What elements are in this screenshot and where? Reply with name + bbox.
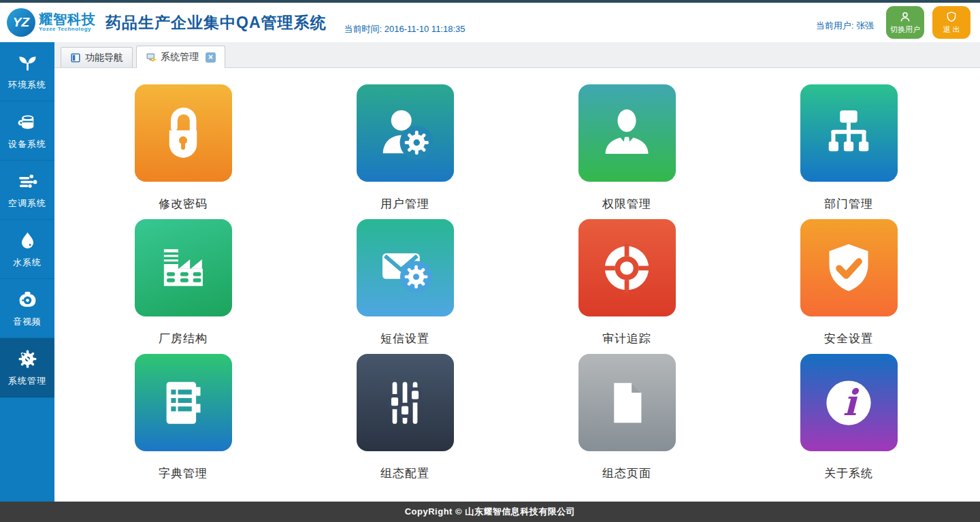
- sidebar-item-equipment[interactable]: 设备系统: [0, 101, 54, 161]
- switch-user-button[interactable]: 切换用户: [886, 6, 924, 39]
- logo-monogram: YZ: [7, 8, 35, 37]
- tile-about-system[interactable]: i 关于系统: [738, 354, 960, 489]
- sliders-icon: [357, 354, 454, 451]
- current-time: 当前时间: 2016-11-10 11:18:35: [344, 23, 466, 42]
- seedling-icon: [16, 52, 39, 74]
- tile-user-management[interactable]: 用户管理: [294, 84, 516, 219]
- user-gear-icon: [357, 84, 454, 182]
- switch-user-label: 切换用户: [890, 25, 920, 35]
- tile-label: 组态配置: [380, 466, 429, 481]
- airflow-icon: [16, 170, 39, 193]
- sidebar-item-label: 系统管理: [8, 375, 46, 387]
- shield-icon: [945, 10, 958, 24]
- sidebar-item-hvac[interactable]: 空调系统: [0, 161, 54, 220]
- tile-config-pages[interactable]: 组态页面: [516, 354, 738, 489]
- sidebar: 环境系统 设备系统 空调系统 水系统: [0, 42, 54, 502]
- tile-grid: 修改密码 用户管理: [54, 68, 980, 489]
- sidebar-item-label: 音视频: [13, 316, 42, 328]
- sidebar-item-system[interactable]: 系统管理: [0, 338, 54, 397]
- tile-permission-management[interactable]: 权限管理: [516, 84, 738, 219]
- tile-label: 字典管理: [159, 466, 208, 481]
- logout-label: 退 出: [943, 25, 960, 35]
- copyright-text: CopyRight © 山东耀智信息科技有限公司: [405, 506, 576, 518]
- equipment-mug-icon: [16, 111, 39, 133]
- tile-label: 短信设置: [380, 331, 429, 346]
- shield-check-icon: [800, 219, 898, 316]
- tile-plant-structure[interactable]: 厂房结构: [72, 219, 294, 354]
- footer: CopyRight © 山东耀智信息科技有限公司: [0, 502, 980, 522]
- page-title: 药品生产企业集中QA管理系统: [105, 12, 327, 33]
- tile-config-setup[interactable]: 组态配置: [294, 354, 516, 489]
- tile-label: 用户管理: [380, 196, 429, 212]
- gear-wrench-icon: [16, 348, 39, 370]
- tab-close-icon[interactable]: ×: [206, 52, 216, 63]
- water-drop-icon: [16, 229, 39, 252]
- tile-security-settings[interactable]: 安全设置: [738, 219, 960, 354]
- sidebar-item-label: 空调系统: [8, 197, 46, 210]
- tile-label: 修改密码: [159, 196, 208, 212]
- tile-sms-settings[interactable]: 短信设置: [294, 219, 516, 354]
- camera-icon: [16, 289, 39, 311]
- target-icon: [578, 219, 676, 316]
- info-icon: i: [800, 354, 898, 451]
- tab-system-management[interactable]: 系统管理 ×: [136, 46, 225, 68]
- monitor-key-icon: [146, 52, 157, 63]
- page-icon: [578, 354, 676, 451]
- tile-label: 关于系统: [824, 466, 873, 481]
- factory-icon: [135, 219, 232, 316]
- brand-name-en: Yozee Technology: [39, 27, 96, 32]
- tile-label: 权限管理: [602, 196, 651, 212]
- mail-gear-icon: [357, 219, 454, 316]
- tile-dictionary-management[interactable]: 字典管理: [72, 354, 294, 489]
- tab-label: 功能导航: [85, 52, 123, 64]
- logout-button[interactable]: 退 出: [932, 6, 970, 39]
- brand-name-cn: 耀智科技: [39, 12, 96, 27]
- app-header: YZ 耀智科技 Yozee Technology 药品生产企业集中QA管理系统 …: [0, 3, 980, 42]
- tile-label: 安全设置: [824, 331, 873, 346]
- tile-label: 审计追踪: [602, 331, 651, 346]
- business-user-icon: [578, 84, 676, 182]
- unlock-icon: [135, 84, 232, 182]
- org-chart-icon: [800, 84, 898, 182]
- tile-audit-trail[interactable]: 审计追踪: [516, 219, 738, 354]
- tab-function-nav[interactable]: 功能导航: [61, 47, 133, 67]
- tile-label: 部门管理: [824, 196, 873, 212]
- sidebar-item-label: 水系统: [13, 257, 42, 269]
- layout-icon: [70, 52, 81, 63]
- current-user: 当前用户: 张强: [816, 20, 874, 39]
- tile-department-management[interactable]: 部门管理: [738, 84, 960, 219]
- sidebar-item-water[interactable]: 水系统: [0, 220, 54, 279]
- tile-label: 组态页面: [602, 466, 651, 481]
- launcher-content: 修改密码 用户管理: [54, 68, 980, 502]
- tab-bar: 功能导航 系统管理 ×: [54, 42, 980, 68]
- company-logo: YZ 耀智科技 Yozee Technology: [7, 8, 96, 37]
- dictionary-icon: [135, 354, 232, 451]
- tile-label: 厂房结构: [159, 331, 208, 346]
- tile-change-password[interactable]: 修改密码: [72, 84, 294, 219]
- sidebar-item-av[interactable]: 音视频: [0, 279, 54, 338]
- sidebar-item-label: 环境系统: [8, 79, 46, 91]
- sidebar-item-label: 设备系统: [8, 138, 46, 150]
- tab-label: 系统管理: [161, 51, 199, 63]
- user-icon: [898, 10, 912, 24]
- sidebar-item-environment[interactable]: 环境系统: [0, 42, 54, 101]
